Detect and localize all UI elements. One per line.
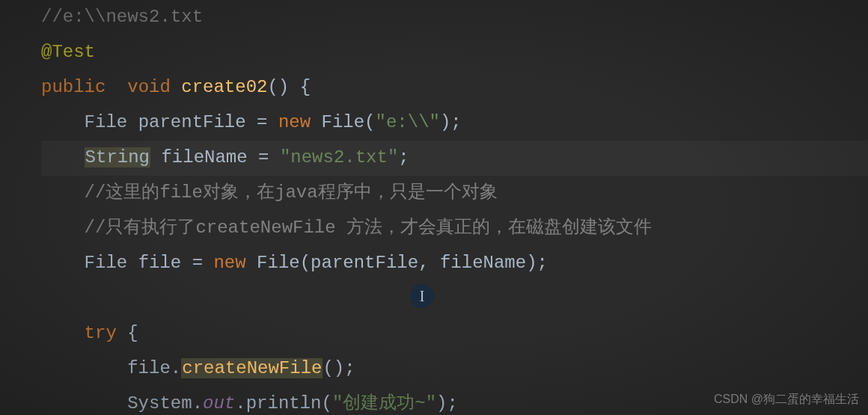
class-ref: System. <box>127 393 203 414</box>
semicolon: ; <box>398 147 409 167</box>
string-literal: "创建成功~" <box>332 393 436 414</box>
code-line[interactable]: try { <box>41 316 868 351</box>
brace: { <box>289 77 311 97</box>
parentheses: () <box>267 77 289 97</box>
static-field: out <box>203 393 235 414</box>
annotation: @Test <box>41 42 95 62</box>
method-call: createNewFile <box>181 358 323 378</box>
variable: parentFile <box>138 112 246 132</box>
code-line[interactable]: file.createNewFile(); <box>41 351 868 387</box>
semicolon: ); <box>436 393 458 414</box>
brace: { <box>117 323 138 343</box>
keyword-public: public <box>41 77 106 97</box>
keyword-void: void <box>127 77 171 97</box>
code-line[interactable]: File file = new File(parentFile, fileNam… <box>41 246 868 281</box>
code-line[interactable]: public void create02() { <box>41 70 868 105</box>
keyword-try: try <box>85 323 117 343</box>
semicolon: (); <box>323 358 355 378</box>
keyword-new: new <box>213 253 245 273</box>
constructor: File( <box>246 253 311 273</box>
method-call: .println( <box>235 393 332 414</box>
type: String <box>85 147 150 167</box>
argument: fileName <box>440 253 526 273</box>
variable: file <box>138 253 182 273</box>
argument: parentFile <box>311 253 418 273</box>
comment: //这里的file对象，在java程序中，只是一个对象 <box>85 182 498 203</box>
constructor: File( <box>311 112 375 132</box>
string-literal: "e:\\" <box>376 112 440 132</box>
string-literal: "news2.txt" <box>280 147 398 167</box>
equals: = <box>246 112 278 132</box>
variable: fileName <box>161 147 247 167</box>
semicolon: ); <box>440 112 462 132</box>
cursor-icon: I <box>420 282 425 311</box>
method-name: create02 <box>181 77 267 97</box>
code-line[interactable]: //e:\\news2.txt <box>41 0 868 35</box>
type: File <box>85 253 128 273</box>
keyword-new: new <box>278 112 311 132</box>
object-ref: file. <box>127 358 181 378</box>
type: File <box>85 112 128 132</box>
comment: //只有执行了createNewFile 方法，才会真正的，在磁盘创建该文件 <box>85 218 652 238</box>
comment: //e:\\news2.txt <box>41 7 203 27</box>
watermark: CSDN @狗二蛋的幸福生活 <box>714 387 859 411</box>
code-editor[interactable]: //e:\\news2.txt @Test public void create… <box>0 0 868 415</box>
code-line[interactable]: @Test <box>41 35 868 70</box>
text-cursor-indicator: I <box>410 284 434 308</box>
equals: = <box>248 147 280 167</box>
code-line[interactable]: //这里的file对象，在java程序中，只是一个对象 <box>41 176 868 211</box>
code-line[interactable]: //只有执行了createNewFile 方法，才会真正的，在磁盘创建该文件 <box>41 211 868 246</box>
comma: , <box>418 253 440 273</box>
code-line-empty[interactable] <box>41 281 868 316</box>
code-line[interactable]: File parentFile = new File("e:\\"); <box>41 105 868 141</box>
equals: = <box>181 253 213 273</box>
semicolon: ); <box>526 253 548 273</box>
code-line-highlighted[interactable]: String fileName = "news2.txt"; <box>41 141 868 176</box>
